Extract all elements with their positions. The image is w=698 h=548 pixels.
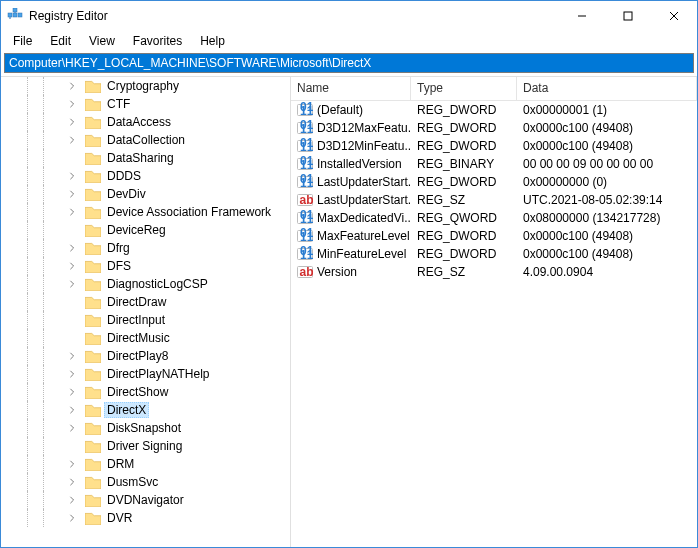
list-item[interactable]: MaxDedicatedVi... REG_QWORD 0x08000000 (…	[291, 209, 697, 227]
tree-item-label: Driver Signing	[104, 438, 185, 454]
tree-item[interactable]: DirectPlayNATHelp	[1, 365, 290, 383]
tree-item[interactable]: DiskSnapshot	[1, 419, 290, 437]
list-item[interactable]: D3D12MaxFeatu... REG_DWORD 0x0000c100 (4…	[291, 119, 697, 137]
menu-view[interactable]: View	[81, 32, 123, 50]
chevron-right-icon[interactable]	[65, 97, 79, 111]
tree-item[interactable]: DVR	[1, 509, 290, 527]
column-name[interactable]: Name	[291, 77, 411, 100]
chevron-right-icon[interactable]	[65, 475, 79, 489]
tree-item[interactable]: DirectDraw	[1, 293, 290, 311]
minimize-button[interactable]	[559, 1, 605, 31]
folder-icon	[85, 97, 101, 111]
tree-item[interactable]: DataAccess	[1, 113, 290, 131]
chevron-right-icon[interactable]	[65, 457, 79, 471]
chevron-right-icon[interactable]	[65, 79, 79, 93]
tree-item-label: DirectX	[104, 402, 149, 418]
tree-item-label: DirectPlay8	[104, 348, 171, 364]
tree-item[interactable]: Device Association Framework	[1, 203, 290, 221]
tree-item[interactable]: DRM	[1, 455, 290, 473]
tree-item[interactable]: DataSharing	[1, 149, 290, 167]
chevron-right-icon[interactable]	[65, 421, 79, 435]
value-data: 0x0000c100 (49408)	[517, 139, 697, 153]
tree-item[interactable]: Driver Signing	[1, 437, 290, 455]
chevron-right-icon[interactable]	[65, 493, 79, 507]
value-name: InstalledVersion	[317, 157, 402, 171]
folder-icon	[85, 511, 101, 525]
chevron-right-icon[interactable]	[65, 169, 79, 183]
tree-item[interactable]: Cryptography	[1, 77, 290, 95]
folder-icon	[85, 187, 101, 201]
list-item[interactable]: MinFeatureLevel REG_DWORD 0x0000c100 (49…	[291, 245, 697, 263]
folder-icon	[85, 313, 101, 327]
menu-edit[interactable]: Edit	[42, 32, 79, 50]
tree-item[interactable]: DDDS	[1, 167, 290, 185]
tree-item[interactable]: DirectX	[1, 401, 290, 419]
column-type[interactable]: Type	[411, 77, 517, 100]
folder-icon	[85, 205, 101, 219]
column-data[interactable]: Data	[517, 77, 697, 100]
list-item[interactable]: LastUpdaterStart... REG_SZ UTC.2021-08-0…	[291, 191, 697, 209]
address-text: Computer\HKEY_LOCAL_MACHINE\SOFTWARE\Mic…	[9, 56, 371, 70]
list-item[interactable]: MaxFeatureLevel REG_DWORD 0x0000c100 (49…	[291, 227, 697, 245]
close-button[interactable]	[651, 1, 697, 31]
chevron-right-icon[interactable]	[65, 187, 79, 201]
list-item[interactable]: InstalledVersion REG_BINARY 00 00 00 09 …	[291, 155, 697, 173]
tree-item[interactable]: DirectPlay8	[1, 347, 290, 365]
menu-help[interactable]: Help	[192, 32, 233, 50]
tree-item-label: DeviceReg	[104, 222, 169, 238]
binary-value-icon	[297, 102, 313, 118]
address-bar[interactable]: Computer\HKEY_LOCAL_MACHINE\SOFTWARE\Mic…	[4, 53, 694, 73]
tree-item-label: DevDiv	[104, 186, 149, 202]
menu-file[interactable]: File	[5, 32, 40, 50]
chevron-right-icon[interactable]	[65, 115, 79, 129]
tree-item-label: DirectShow	[104, 384, 171, 400]
chevron-right-icon[interactable]	[65, 205, 79, 219]
tree-item[interactable]: CTF	[1, 95, 290, 113]
list-item[interactable]: LastUpdaterStart... REG_DWORD 0x00000000…	[291, 173, 697, 191]
maximize-button[interactable]	[605, 1, 651, 31]
tree-item-label: DRM	[104, 456, 137, 472]
tree-item-label: Device Association Framework	[104, 204, 274, 220]
tree-item[interactable]: DVDNavigator	[1, 491, 290, 509]
tree-item[interactable]: DFS	[1, 257, 290, 275]
tree-item[interactable]: DevDiv	[1, 185, 290, 203]
tree-pane[interactable]: Cryptography CTF DataAccess DataCollecti…	[1, 77, 291, 547]
string-value-icon	[297, 264, 313, 280]
tree-item[interactable]: DeviceReg	[1, 221, 290, 239]
value-type: REG_DWORD	[411, 247, 517, 261]
tree-item[interactable]: DusmSvc	[1, 473, 290, 491]
tree-item[interactable]: Dfrg	[1, 239, 290, 257]
tree-item-label: DVR	[104, 510, 135, 526]
value-data: 4.09.00.0904	[517, 265, 697, 279]
chevron-right-icon[interactable]	[65, 511, 79, 525]
svg-rect-12	[624, 12, 632, 20]
chevron-right-icon[interactable]	[65, 241, 79, 255]
value-type: REG_DWORD	[411, 121, 517, 135]
chevron-right-icon[interactable]	[65, 367, 79, 381]
chevron-right-icon[interactable]	[65, 133, 79, 147]
tree-item-label: DDDS	[104, 168, 144, 184]
chevron-right-icon[interactable]	[65, 403, 79, 417]
tree-item[interactable]: DirectShow	[1, 383, 290, 401]
tree-item[interactable]: DirectMusic	[1, 329, 290, 347]
tree-item-label: DFS	[104, 258, 134, 274]
chevron-right-icon[interactable]	[65, 349, 79, 363]
tree-item-label: DusmSvc	[104, 474, 161, 490]
list-pane[interactable]: Name Type Data (Default) REG_DWORD 0x000…	[291, 77, 697, 547]
value-type: REG_DWORD	[411, 139, 517, 153]
list-item[interactable]: Version REG_SZ 4.09.00.0904	[291, 263, 697, 281]
chevron-right-icon[interactable]	[65, 385, 79, 399]
value-name: D3D12MinFeatu...	[317, 139, 411, 153]
tree-item[interactable]: DataCollection	[1, 131, 290, 149]
tree-item[interactable]: DirectInput	[1, 311, 290, 329]
tree-item-label: DiskSnapshot	[104, 420, 184, 436]
list-item[interactable]: D3D12MinFeatu... REG_DWORD 0x0000c100 (4…	[291, 137, 697, 155]
chevron-right-icon[interactable]	[65, 259, 79, 273]
chevron-right-icon[interactable]	[65, 277, 79, 291]
folder-icon	[85, 457, 101, 471]
list-item[interactable]: (Default) REG_DWORD 0x00000001 (1)	[291, 101, 697, 119]
tree-item[interactable]: DiagnosticLogCSP	[1, 275, 290, 293]
folder-icon	[85, 367, 101, 381]
string-value-icon	[297, 192, 313, 208]
menu-favorites[interactable]: Favorites	[125, 32, 190, 50]
